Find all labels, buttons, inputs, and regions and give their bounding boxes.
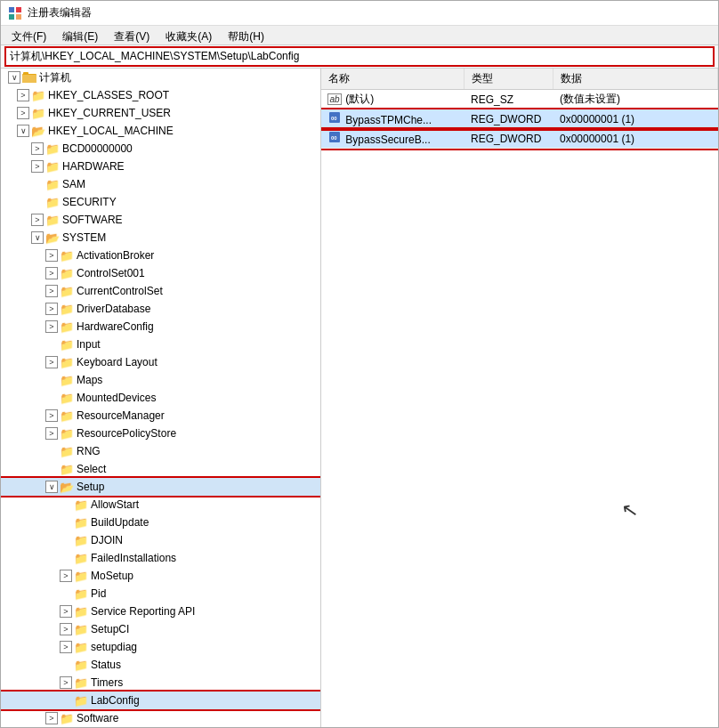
expand-software2[interactable]: > (45, 712, 58, 724)
expand-driverdatabase[interactable]: > (45, 303, 58, 315)
tree-item-sam[interactable]: 📁 SAM (1, 175, 320, 193)
rng-folder-icon: 📁 (60, 445, 74, 457)
tree-item-pid[interactable]: 📁 Pid (1, 585, 320, 603)
software2-folder-icon: 📁 (60, 712, 74, 724)
servicereportingapi-label: Service Reporting API (91, 605, 195, 618)
sam-folder-icon: 📁 (45, 178, 60, 190)
expand-setupdiag[interactable]: > (60, 641, 72, 653)
tree-item-failedinstallations[interactable]: 📁 FailedInstallations (1, 549, 320, 567)
labconfig-folder-icon: 📁 (74, 694, 88, 707)
bcd-label: BCD00000000 (62, 142, 133, 155)
mouse-cursor: ↖ (620, 498, 640, 524)
expand-activationbroker[interactable]: > (45, 249, 58, 262)
tree-item-controlset001[interactable]: > 📁 ControlSet001 (1, 264, 320, 282)
menu-edit[interactable]: 编辑(E) (55, 28, 105, 43)
bypass-tpm-name: BypassTPMChe... (345, 114, 432, 126)
hardwareconfig-folder-icon: 📁 (60, 320, 74, 333)
expand-hkcr[interactable]: > (17, 89, 29, 101)
tree-root-computer[interactable]: ∨ 计算机 (1, 69, 320, 86)
expand-hklm[interactable]: ∨ (17, 125, 29, 137)
tree-item-maps[interactable]: 📁 Maps (1, 371, 320, 389)
tree-item-setup[interactable]: ∨ 📂 Setup (1, 478, 320, 496)
tree-item-rng[interactable]: 📁 RNG (1, 442, 320, 460)
app-icon (8, 6, 22, 20)
expand-setupci[interactable]: > (60, 623, 72, 635)
menu-view[interactable]: 查看(V) (107, 28, 157, 43)
expand-controlset001[interactable]: > (45, 267, 58, 279)
col-header-type: 类型 (464, 69, 553, 90)
tree-item-mounteddevices[interactable]: 📁 MountedDevices (1, 389, 320, 407)
menu-file[interactable]: 文件(F) (4, 28, 53, 43)
dword-icon2: 00 (328, 131, 341, 143)
tree-item-hardwareconfig[interactable]: > 📁 HardwareConfig (1, 318, 320, 336)
tree-item-software2[interactable]: > 📁 Software (1, 709, 320, 727)
tree-item-keyboardlayout[interactable]: > 📁 Keyboard Layout (1, 353, 320, 371)
activationbroker-label: ActivationBroker (77, 249, 154, 262)
djoin-label: DJOIN (91, 534, 123, 546)
tree-item-resourcemanager[interactable]: > 📁 ResourceManager (1, 407, 320, 425)
expand-keyboardlayout[interactable]: > (45, 356, 58, 368)
col-header-name: 名称 (321, 69, 464, 90)
tree-item-system[interactable]: ∨ 📂 SYSTEM (1, 229, 320, 247)
currentcontrolset-folder-icon: 📁 (60, 285, 74, 297)
main-content: ∨ 计算机 > 📁 HKEY_CLASSES_ROOT > (1, 69, 718, 727)
expand-system[interactable]: ∨ (31, 231, 44, 244)
ab-icon: ab (328, 93, 341, 106)
tree-item-mosetup[interactable]: > 📁 MoSetup (1, 567, 320, 585)
row-data: 0x00000001 (1) (553, 129, 718, 149)
menu-favorites[interactable]: 收藏夹(A) (158, 28, 219, 43)
tree-item-hkcu[interactable]: > 📁 HKEY_CURRENT_USER (1, 104, 320, 122)
table-row[interactable]: ab (默认) REG_SZ (数值未设置) (321, 90, 718, 109)
expand-servicereportingapi[interactable]: > (60, 605, 72, 618)
tree-item-activationbroker[interactable]: > 📁 ActivationBroker (1, 247, 320, 264)
tree-item-buildupdate[interactable]: 📁 BuildUpdate (1, 514, 320, 531)
address-path[interactable]: 计算机\HKEY_LOCAL_MACHINE\SYSTEM\Setup\LabC… (4, 46, 715, 67)
tree-item-hklm[interactable]: ∨ 📂 HKEY_LOCAL_MACHINE (1, 122, 320, 140)
expand-currentcontrolset[interactable]: > (45, 285, 58, 297)
tree-item-setupdiag[interactable]: > 📁 setupdiag (1, 638, 320, 656)
menu-help[interactable]: 帮助(H) (221, 28, 271, 43)
select-folder-icon: 📁 (60, 463, 74, 475)
tree-item-servicereportingapi[interactable]: > 📁 Service Reporting API (1, 603, 320, 620)
rng-label: RNG (77, 445, 101, 457)
tree-item-resourcepolicystore[interactable]: > 📁 ResourcePolicyStore (1, 425, 320, 442)
tree-item-allowstart[interactable]: 📁 AllowStart (1, 496, 320, 514)
expand-timers[interactable]: > (60, 676, 72, 689)
expand-hardware[interactable]: > (31, 160, 44, 173)
hklm-label: HKEY_LOCAL_MACHINE (48, 125, 174, 137)
table-row[interactable]: 00 BypassSecureB... REG_DWORD 0x00000001… (321, 129, 718, 149)
expand-resourcemanager[interactable]: > (45, 409, 58, 422)
currentcontrolset-label: CurrentControlSet (77, 285, 163, 297)
tree-item-bcd[interactable]: > 📁 BCD00000000 (1, 140, 320, 158)
table-row[interactable]: 00 BypassTPMChe... REG_DWORD 0x00000001 … (321, 109, 718, 129)
tree-item-currentcontrolset[interactable]: > 📁 CurrentControlSet (1, 282, 320, 300)
tree-item-labconfig[interactable]: 📁 LabConfig (1, 692, 320, 709)
tree-item-timers[interactable]: > 📁 Timers (1, 674, 320, 692)
tree-item-status[interactable]: 📁 Status (1, 656, 320, 674)
tree-item-setupci[interactable]: > 📁 SetupCI (1, 620, 320, 638)
resourcepolicystore-folder-icon: 📁 (60, 427, 74, 440)
svg-rect-5 (22, 75, 36, 83)
expand-hkcu[interactable]: > (17, 107, 29, 119)
tree-item-hkcr[interactable]: > 📁 HKEY_CLASSES_ROOT (1, 86, 320, 104)
tree-item-security[interactable]: 📁 SECURITY (1, 193, 320, 211)
expand-bcd[interactable]: > (31, 142, 44, 155)
svg-rect-2 (9, 14, 14, 20)
maps-folder-icon: 📁 (60, 374, 74, 386)
servicereportingapi-folder-icon: 📁 (74, 605, 88, 618)
sam-label: SAM (62, 178, 85, 190)
tree-item-djoin[interactable]: 📁 DJOIN (1, 531, 320, 549)
buildupdate-label: BuildUpdate (91, 516, 149, 529)
input-label: Input (77, 338, 101, 351)
tree-item-software[interactable]: > 📁 SOFTWARE (1, 211, 320, 229)
tree-item-hardware[interactable]: > 📁 HARDWARE (1, 158, 320, 175)
tree-item-driverdatabase[interactable]: > 📁 DriverDatabase (1, 300, 320, 318)
expand-computer[interactable]: ∨ (8, 71, 20, 84)
tree-item-input[interactable]: 📁 Input (1, 336, 320, 353)
expand-software[interactable]: > (31, 214, 44, 226)
expand-hardwareconfig[interactable]: > (45, 320, 58, 333)
expand-mosetup[interactable]: > (60, 570, 72, 582)
expand-setup[interactable]: ∨ (45, 481, 58, 493)
tree-item-select[interactable]: 📁 Select (1, 460, 320, 478)
expand-resourcepolicystore[interactable]: > (45, 427, 58, 440)
